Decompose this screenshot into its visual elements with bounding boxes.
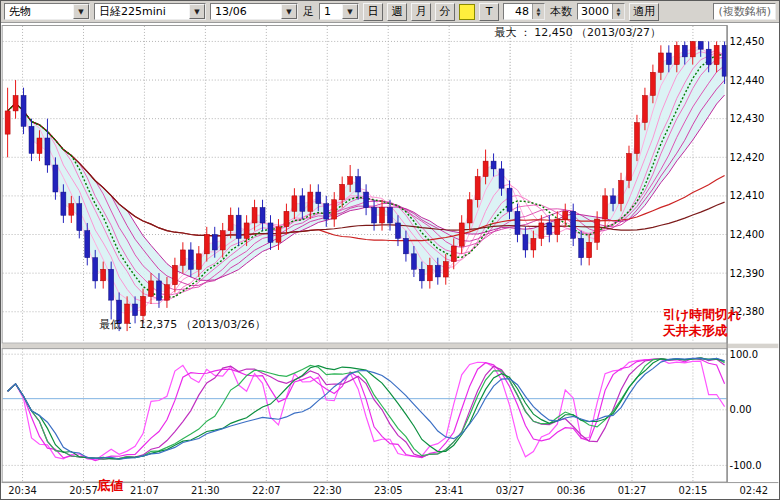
price-tick-label: 12,390 — [730, 268, 765, 279]
price-tick-label: 12,420 — [730, 152, 765, 163]
price-tick-label: 12,400 — [730, 229, 765, 240]
time-tick-label: 01:27 — [618, 485, 647, 496]
apply-button[interactable]: 適用 — [629, 3, 659, 21]
price-tick-label: 12,430 — [730, 113, 765, 124]
symbol-select[interactable]: 日経225mini ▼ — [94, 3, 206, 20]
spinner-arrows-icon[interactable]: ▲▼ — [532, 4, 544, 19]
interval-select[interactable]: 1 ▼ — [319, 3, 359, 20]
period-minute-button[interactable]: 分 — [435, 3, 455, 21]
min-price-annotation: 最低 ： 12,375 （2013/03/26） — [99, 318, 265, 331]
chevron-down-icon: ▼ — [73, 4, 89, 19]
max-price-annotation: 最大 ： 12,450 （2013/03/27） — [495, 26, 661, 39]
chevron-down-icon: ▼ — [342, 4, 358, 19]
total-bars-value: 3000 — [578, 4, 612, 19]
time-tick-label: 23:41 — [435, 485, 464, 496]
time-tick-label: 21:30 — [191, 485, 220, 496]
bar-type-label: 足 — [302, 4, 315, 19]
period-day-button[interactable]: 日 — [363, 3, 383, 21]
multi-symbol-box: (複数銘柄) — [713, 3, 776, 20]
time-tick-label: 02:15 — [679, 485, 708, 496]
oscillator-tick-label: 100.0 — [730, 349, 758, 360]
symbol-value: 日経225mini — [99, 4, 186, 19]
time-tick-label: 02:42 — [740, 485, 769, 496]
interval-value: 1 — [324, 5, 339, 18]
time-tick-label: 23:05 — [374, 485, 403, 496]
chart-canvas[interactable]: 12,45012,44012,43012,42012,41012,40012,3… — [1, 23, 779, 498]
oscillator-tick-label: -100.0 — [730, 460, 762, 471]
period-week-button[interactable]: 週 — [387, 3, 407, 21]
total-bars-spinner[interactable]: 3000 ▲▼ — [577, 3, 625, 20]
time-tick-label: 22:07 — [252, 485, 281, 496]
candles-layer — [5, 41, 727, 331]
contract-month-select[interactable]: 13/06 ▼ — [210, 3, 298, 20]
price-tick-label: 12,450 — [730, 36, 765, 47]
oscillator-tick-label: 0.00 — [730, 404, 752, 415]
chevron-down-icon: ▼ — [281, 4, 297, 19]
chevron-down-icon: ▼ — [189, 4, 205, 19]
category-value: 先物 — [9, 4, 70, 19]
time-tick-label: 03/27 — [496, 485, 525, 496]
contract-value: 13/06 — [215, 5, 278, 18]
toolbar: 先物 ▼ 日経225mini ▼ 13/06 ▼ 足 1 ▼ 日 週 月 分 T… — [1, 1, 779, 23]
chart-application-window: 先物 ▼ 日経225mini ▼ 13/06 ▼ 足 1 ▼ 日 週 月 分 T… — [0, 0, 780, 500]
spinner-arrows-icon[interactable]: ▲▼ — [612, 4, 624, 19]
price-tick-label: 12,440 — [730, 75, 765, 86]
count-label: 本数 — [549, 4, 573, 19]
oscillator-lines-layer — [8, 358, 725, 461]
time-tick-label: 00:36 — [557, 485, 586, 496]
bars-visible-spinner[interactable]: 48 ▲▼ — [503, 3, 545, 20]
highlight-swatch[interactable] — [459, 4, 475, 20]
price-tick-label: 12,410 — [730, 190, 765, 201]
ribbon-fill-layer — [8, 45, 725, 313]
time-tick-label: 21:07 — [130, 485, 159, 496]
bottom-note-annotation: 底値 — [96, 478, 123, 493]
bars-visible-value: 48 — [504, 4, 532, 19]
time-tick-label: 20:57 — [69, 485, 98, 496]
multi-symbol-label: (複数銘柄) — [718, 4, 771, 19]
note-line2-annotation: 天井未形成 — [662, 323, 728, 338]
period-month-button[interactable]: 月 — [411, 3, 431, 21]
time-tick-label: 22:30 — [313, 485, 342, 496]
tick-button[interactable]: T — [479, 3, 499, 21]
note-line1-annotation: 引け時間切れ — [663, 307, 742, 322]
category-select[interactable]: 先物 ▼ — [4, 3, 90, 20]
time-tick-label: 20:34 — [8, 485, 37, 496]
oscillator-grid-layer — [3, 349, 727, 482]
